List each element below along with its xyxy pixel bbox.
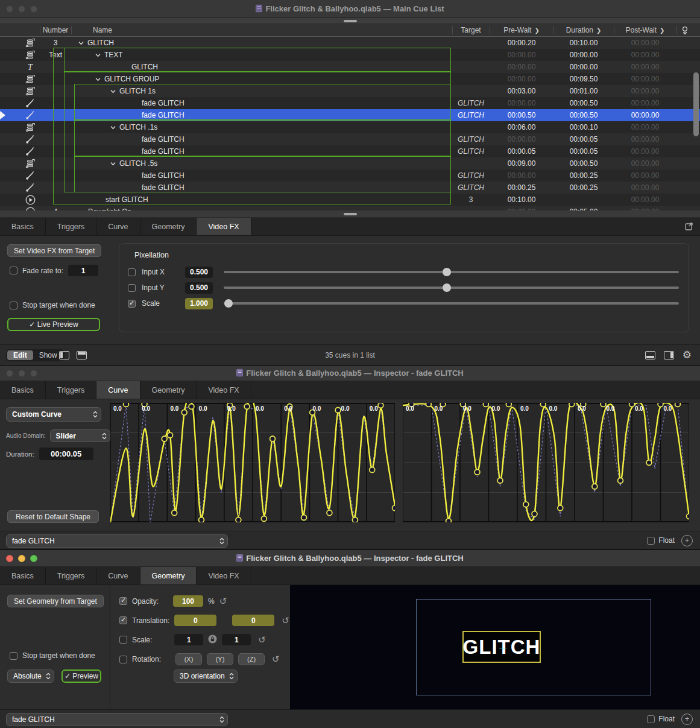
cue-duration[interactable]: 00:00.50	[553, 97, 614, 109]
cue-target[interactable]	[452, 206, 490, 210]
cue-postwait[interactable]: 00:00.00	[614, 61, 676, 73]
input-x-checkbox[interactable]	[128, 268, 136, 276]
titlebar-inspector-geometry[interactable]: Flicker Glitch & Ballyhoo.qlab5 — Inspec…	[0, 550, 700, 567]
cue-duration[interactable]: 00:00.50	[553, 109, 614, 121]
curve-control-point[interactable]	[378, 403, 383, 408]
tab-curve[interactable]: Curve	[96, 381, 140, 399]
toggle-bottom-panel-icon[interactable]	[645, 351, 655, 359]
cue-row[interactable]: fade GLITCHGLITCH00:00.0000:00.2500:00.0…	[0, 169, 700, 182]
cuelist-splitter[interactable]	[0, 210, 700, 218]
stage-preview[interactable]: GLITCH	[290, 585, 700, 709]
opacity-checkbox[interactable]	[119, 597, 127, 605]
column-header-number[interactable]: Number	[40, 24, 71, 37]
titlebar-main[interactable]: Flicker Glitch & Ballyhoo.qlab5 — Main C…	[0, 0, 700, 18]
curve-control-point[interactable]	[483, 403, 488, 407]
fade-rate-field[interactable]: 1	[68, 265, 98, 276]
curve-control-point[interactable]	[540, 403, 546, 407]
curve-control-point[interactable]	[426, 403, 431, 407]
curve-preset-select[interactable]: Custom Curve	[6, 407, 101, 422]
cue-duration[interactable]: 00:00.00	[553, 61, 614, 73]
cue-name[interactable]: TEXT	[95, 49, 123, 61]
fade-rate-checkbox[interactable]	[10, 267, 17, 274]
cue-name[interactable]: fade GLITCH	[142, 182, 184, 194]
orientation-select[interactable]: 3D orientation	[174, 669, 238, 683]
curve-graph-right[interactable]: 0.00.00.00.00.00.00.00.00.00.0	[403, 403, 689, 522]
toggle-right-panel-icon[interactable]	[664, 351, 674, 359]
fx-param-slider[interactable]	[224, 266, 679, 278]
cue-row[interactable]: GLITCH GROUP00:00.0000:09.5000:00.00	[0, 73, 700, 85]
cue-row[interactable]: GLITCH .1s00:06.0000:00.1000:00.00	[0, 121, 700, 133]
tab-video-fx[interactable]: Video FX	[197, 381, 251, 399]
tab-triggers[interactable]: Triggers	[46, 218, 96, 235]
curve-control-point[interactable]	[646, 460, 652, 466]
tab-geometry[interactable]: Geometry	[140, 218, 197, 235]
curve-control-point[interactable]	[353, 518, 358, 522]
curve-control-point[interactable]	[446, 519, 452, 522]
cue-prewait[interactable]: 00:00.00	[490, 206, 553, 210]
cue-number[interactable]	[40, 73, 71, 85]
curve-control-point[interactable]	[558, 505, 563, 511]
cue-postwait[interactable]: 00:00.00	[614, 73, 676, 85]
cue-number[interactable]	[40, 194, 71, 206]
column-header-target[interactable]: Target	[452, 24, 490, 37]
curve-control-point[interactable]	[675, 403, 681, 407]
tab-basics[interactable]: Basics	[0, 381, 46, 399]
cue-name[interactable]: GLITCH GROUP	[95, 73, 159, 85]
cue-select[interactable]: fade GLITCH	[6, 713, 228, 726]
curve-control-point[interactable]	[532, 511, 537, 517]
curve-control-point[interactable]	[189, 404, 194, 410]
fx-param-value-field[interactable]: 1.000	[185, 298, 213, 309]
cue-row[interactable]: TextTEXT00:00.0000:00.0000:00.00	[0, 49, 700, 61]
cue-postwait[interactable]: 00:00.00	[614, 121, 676, 133]
curve-control-point[interactable]	[270, 436, 276, 442]
slider-thumb[interactable]	[443, 268, 451, 276]
cue-name[interactable]: start GLITCH	[106, 194, 148, 206]
curve-control-point[interactable]	[244, 404, 250, 410]
cue-target[interactable]	[452, 61, 490, 73]
preview-button[interactable]: ✓ Preview	[61, 669, 101, 683]
cue-name[interactable]: fade GLITCH	[142, 145, 184, 157]
curve-control-point[interactable]	[168, 432, 173, 438]
stop-target-checkbox[interactable]	[10, 652, 17, 660]
cue-duration[interactable]: 00:01.00	[553, 85, 614, 97]
reset-translation-icon[interactable]: ↺	[282, 616, 289, 625]
tab-curve[interactable]: Curve	[96, 218, 140, 235]
slider-thumb[interactable]	[224, 299, 233, 308]
cue-prewait[interactable]: 00:00.00	[490, 133, 553, 145]
geometry-mode-select[interactable]: Absolute	[7, 669, 54, 683]
cue-name[interactable]: GLITCH .1s	[110, 121, 157, 133]
reset-rotation-icon[interactable]: ↺	[272, 655, 280, 663]
cue-prewait[interactable]: 00:00.00	[490, 73, 553, 85]
scale-y-field[interactable]: 1	[222, 634, 251, 645]
cue-duration[interactable]: 00:09.50	[553, 73, 614, 85]
fx-param-slider[interactable]	[224, 297, 679, 309]
curve-control-point[interactable]	[301, 515, 307, 521]
gear-icon[interactable]: ⚙	[683, 351, 692, 359]
cue-target[interactable]: GLITCH	[452, 182, 490, 194]
plus-circle-icon[interactable]: +	[681, 535, 693, 546]
cue-target[interactable]: GLITCH	[452, 109, 490, 121]
cue-postwait[interactable]: 00:00.00	[614, 157, 676, 169]
rotate-y-button[interactable]: (Y)	[207, 653, 233, 665]
cue-row[interactable]: fade GLITCHGLITCH00:00.5000:00.5000:00.0…	[0, 109, 700, 121]
curve-control-point[interactable]	[687, 514, 689, 519]
cue-name[interactable]: fade GLITCH	[142, 169, 184, 182]
disclosure-triangle-icon[interactable]	[110, 162, 116, 166]
cue-name[interactable]: GLITCH 1s	[110, 85, 156, 97]
cue-number[interactable]	[40, 182, 71, 194]
curve-control-point[interactable]	[569, 403, 575, 407]
splitter-handle[interactable]	[344, 20, 357, 22]
popout-icon[interactable]	[684, 221, 694, 233]
curve-control-point[interactable]	[181, 410, 187, 415]
cue-target[interactable]: GLITCH	[452, 169, 490, 182]
stop-target-checkbox[interactable]	[10, 302, 17, 309]
curve-graph-left[interactable]: 0.00.00.00.00.00.00.00.00.00.0	[110, 403, 395, 522]
cue-duration[interactable]: 00:10.00	[553, 37, 614, 49]
column-header-name[interactable]: Name	[71, 24, 452, 37]
cue-target[interactable]	[452, 73, 490, 85]
column-header-duration[interactable]: Duration❯	[553, 24, 614, 37]
curve-control-point[interactable]	[172, 510, 177, 516]
cue-row[interactable]: fade GLITCHGLITCH00:00.0500:00.0500:00.0…	[0, 145, 700, 157]
cue-prewait[interactable]: 00:03.00	[490, 85, 553, 97]
cue-postwait[interactable]: 00:00.00	[614, 206, 676, 210]
